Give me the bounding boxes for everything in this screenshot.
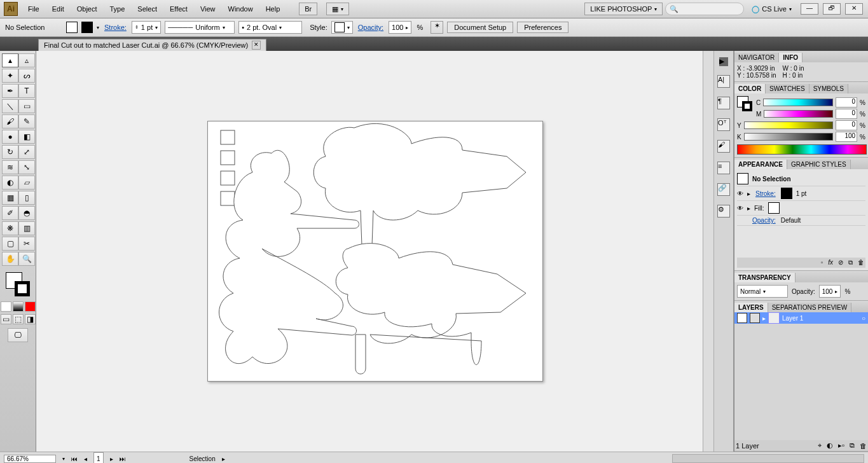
layers-tab[interactable]: LAYERS xyxy=(734,303,768,312)
close-button[interactable]: ✕ xyxy=(845,3,863,15)
gradient-tool[interactable]: ▯ xyxy=(18,191,35,205)
spectrum-picker[interactable] xyxy=(737,144,867,155)
zoom-input[interactable]: 66.67% xyxy=(4,455,56,463)
arrange-docs-button[interactable]: ▦ ▾ xyxy=(326,3,349,15)
lasso-tool[interactable]: ᔕ xyxy=(18,69,35,83)
yellow-input[interactable]: 0 xyxy=(836,120,857,130)
stroke-swatch[interactable] xyxy=(81,22,93,33)
draw-normal-icon[interactable] xyxy=(1,301,11,312)
menu-effect[interactable]: Effect xyxy=(165,3,193,15)
cslive-button[interactable]: ◯ CS Live ▾ xyxy=(747,3,797,15)
stroke-indicator[interactable] xyxy=(15,281,30,296)
stroke-profile[interactable]: ───── Uniform ▾ xyxy=(165,21,235,34)
opentype-panel-icon[interactable]: Oᵀ xyxy=(717,118,730,131)
dock-play-icon[interactable]: ▶ xyxy=(719,57,728,66)
appearance-trash-icon[interactable]: 🗑 xyxy=(858,259,864,266)
layer-row[interactable]: 👁 ▸ Layer 1 ○ xyxy=(734,312,868,324)
type-tool[interactable]: T xyxy=(18,84,35,98)
actions-panel-icon[interactable]: ⚙ xyxy=(717,205,730,218)
layer-visibility-icon[interactable]: 👁 xyxy=(737,313,747,323)
shape-builder-tool[interactable]: ◐ xyxy=(2,176,18,190)
mesh-tool[interactable]: ▦ xyxy=(2,191,18,205)
links-panel-icon[interactable]: 🔗 xyxy=(717,183,730,196)
artboard-tool[interactable]: ▢ xyxy=(2,237,18,251)
appearance-fill-row[interactable]: 👁▸ Fill: xyxy=(737,201,865,216)
transparency-tab[interactable]: TRANSPARENCY xyxy=(734,273,796,282)
first-artboard-icon[interactable]: ⏮ xyxy=(71,455,78,462)
line-tool[interactable]: ＼ xyxy=(2,99,18,113)
stroke-panel-icon[interactable]: ≡ xyxy=(717,162,730,174)
minimize-button[interactable]: — xyxy=(801,3,818,15)
fill-swatch[interactable] xyxy=(66,22,78,33)
swatches-tab[interactable]: SWATCHES xyxy=(766,84,809,93)
recolor-icon[interactable]: ✶ xyxy=(431,21,443,34)
opacity-label[interactable]: Opacity: xyxy=(358,24,383,31)
graphic-styles-tab[interactable]: GRAPHIC STYLES xyxy=(787,160,851,169)
restore-button[interactable]: 🗗 xyxy=(823,3,841,15)
preferences-button[interactable]: Preferences xyxy=(517,22,568,33)
search-input[interactable]: 🔍 xyxy=(665,3,744,15)
screen-mode-icon[interactable]: ▭ xyxy=(1,314,11,324)
canvas[interactable] xyxy=(36,51,713,452)
selection-tool[interactable]: ▴ xyxy=(2,53,18,67)
screen-mode3-icon[interactable]: ◨ xyxy=(25,314,36,324)
blob-brush-tool[interactable]: ● xyxy=(2,130,18,144)
menu-window[interactable]: Window xyxy=(223,3,258,15)
appearance-fx-icon[interactable]: fx xyxy=(828,259,833,266)
direct-selection-tool[interactable]: ▵ xyxy=(18,53,35,67)
slice-tool[interactable]: ✂ xyxy=(18,237,35,251)
symbol-sprayer-tool[interactable]: ❋ xyxy=(2,221,18,235)
stroke-label[interactable]: Stroke: xyxy=(104,24,127,31)
menu-object[interactable]: Object xyxy=(72,3,102,15)
document-setup-button[interactable]: Document Setup xyxy=(447,22,513,33)
bridge-button[interactable]: Br xyxy=(299,3,317,15)
workspace-switcher[interactable]: LIKE PHOTOSHOP ▾ xyxy=(584,3,663,15)
rotate-tool[interactable]: ↻ xyxy=(2,145,18,159)
blend-mode-select[interactable]: Normal▾ xyxy=(737,285,788,298)
transparency-opacity-input[interactable]: 100▸ xyxy=(819,285,841,298)
layer-locate-icon[interactable]: ⌖ xyxy=(818,441,822,450)
draw-behind-icon[interactable] xyxy=(13,301,24,312)
pencil-tool[interactable]: ✎ xyxy=(18,114,35,128)
paintbrush-tool[interactable]: 🖌 xyxy=(2,114,18,128)
menu-select[interactable]: Select xyxy=(132,3,162,15)
draw-inside-icon[interactable] xyxy=(25,301,36,312)
width-tool[interactable]: ≋ xyxy=(2,160,18,174)
magenta-input[interactable]: 0 xyxy=(836,109,857,119)
magic-wand-tool[interactable]: ✦ xyxy=(2,69,18,83)
color-tab[interactable]: COLOR xyxy=(734,84,766,93)
appearance-new-icon[interactable]: ▫ xyxy=(821,259,823,266)
menu-help[interactable]: Help xyxy=(261,3,286,15)
eyedropper-tool[interactable]: ✐ xyxy=(2,206,18,220)
perspective-tool[interactable]: ▱ xyxy=(18,176,35,190)
document-tab[interactable]: Final Cut out to matched Laser Cut.ai @ … xyxy=(38,39,266,51)
info-tab[interactable]: INFO xyxy=(779,53,803,62)
menu-type[interactable]: Type xyxy=(105,3,130,15)
rectangle-tool[interactable]: ▭ xyxy=(18,99,35,113)
artboard-nav-input[interactable]: 1 xyxy=(93,452,104,463)
layer-mask-icon[interactable]: ◐ xyxy=(827,441,833,450)
last-artboard-icon[interactable]: ⏭ xyxy=(120,455,126,462)
graph-tool[interactable]: ▥ xyxy=(18,221,35,235)
brush-definition[interactable]: • 2 pt. Oval ▾ xyxy=(238,21,302,34)
zoom-tool[interactable]: 🔍 xyxy=(18,252,35,266)
stroke-weight-input[interactable]: ⇕ 1 pt ▾ xyxy=(132,21,161,34)
layer-sublayer-icon[interactable]: ▸▫ xyxy=(838,441,844,450)
eraser-tool[interactable]: ◧ xyxy=(18,130,35,144)
layer-trash-icon[interactable]: 🗑 xyxy=(860,442,867,450)
hand-tool[interactable]: ✋ xyxy=(2,252,18,266)
layer-lock-icon[interactable] xyxy=(750,313,760,323)
close-document-icon[interactable]: ✕ xyxy=(252,41,261,50)
brushes-panel-icon[interactable]: 🖌 xyxy=(717,140,730,153)
appearance-opacity-row[interactable]: Opacity: Default xyxy=(737,216,865,226)
symbols-tab[interactable]: SYMBOLS xyxy=(809,84,848,93)
change-screen-mode[interactable]: 🖵 xyxy=(8,328,28,342)
separations-tab[interactable]: SEPARATIONS PREVIEW xyxy=(768,303,852,312)
menu-edit[interactable]: Edit xyxy=(47,3,69,15)
menu-file[interactable]: File xyxy=(23,3,45,15)
appearance-dup-icon[interactable]: ⧉ xyxy=(848,259,853,266)
scale-tool[interactable]: ⤢ xyxy=(18,145,35,159)
cyan-input[interactable]: 0 xyxy=(836,97,857,107)
blend-tool[interactable]: ◓ xyxy=(18,206,35,220)
pen-tool[interactable]: ✒ xyxy=(2,84,18,98)
